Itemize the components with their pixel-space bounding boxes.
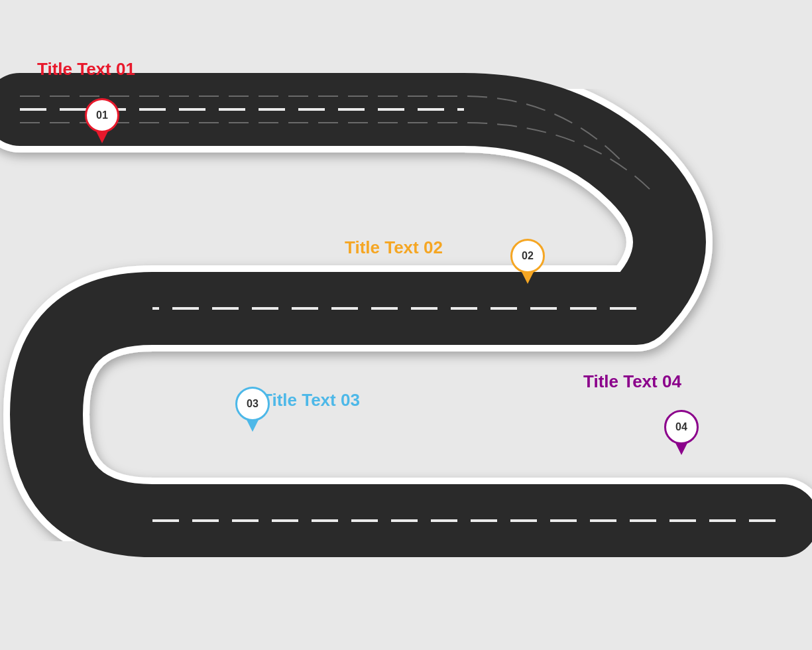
road-svg — [0, 0, 812, 650]
title-text-02: Title Text 02 — [345, 237, 443, 258]
pin-03: 03 — [235, 387, 270, 432]
pin-circle-01: 01 — [85, 98, 119, 133]
title-text-01: Title Text 01 — [37, 59, 135, 80]
infographic-container: Title Text 01 Title Text 02 Title Text 0… — [0, 0, 812, 650]
pin-circle-02: 02 — [510, 239, 545, 273]
pin-tail-02 — [522, 272, 534, 284]
pin-tail-03 — [247, 420, 259, 432]
title-text-03: Title Text 03 — [262, 390, 360, 411]
pin-circle-03: 03 — [235, 387, 270, 421]
pin-04: 04 — [664, 410, 699, 455]
pin-02: 02 — [510, 239, 545, 284]
pin-tail-04 — [675, 443, 687, 455]
pin-01: 01 — [85, 98, 119, 143]
title-text-04: Title Text 04 — [583, 371, 681, 392]
pin-tail-01 — [96, 131, 108, 143]
pin-circle-04: 04 — [664, 410, 699, 444]
